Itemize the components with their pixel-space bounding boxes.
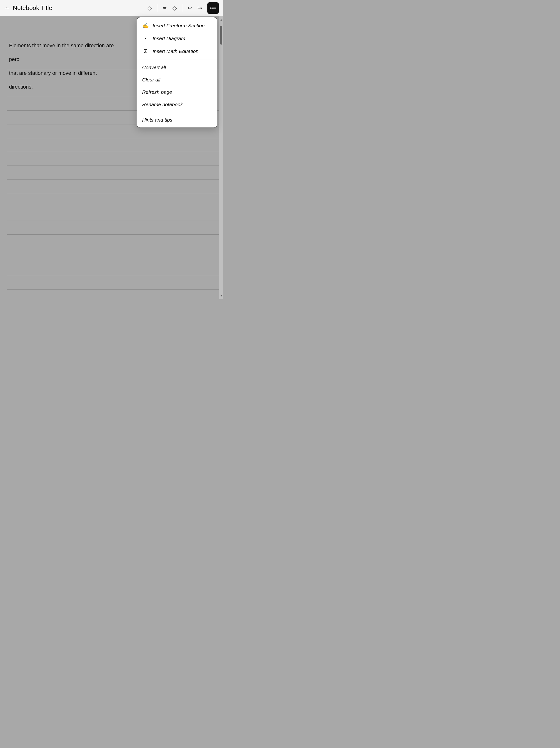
clear-label: Clear all <box>142 77 161 83</box>
notebook-title: Notebook Title <box>13 4 52 11</box>
ruled-line <box>7 248 219 249</box>
bookmark-icon[interactable]: ◇ <box>148 5 152 11</box>
scroll-thumb[interactable] <box>220 26 222 45</box>
menu-section-insert: ✍ Insert Freeform Section ⊡ Insert Diagr… <box>137 17 217 60</box>
scroll-up-button[interactable]: ∧ <box>219 16 223 24</box>
menu-item-diagram[interactable]: ⊡ Insert Diagram <box>137 32 217 45</box>
back-button[interactable]: ← <box>4 4 10 11</box>
more-button[interactable]: ••• <box>208 2 219 14</box>
menu-item-clear[interactable]: Clear all <box>137 74 217 86</box>
diagram-icon: ⊡ <box>142 36 149 42</box>
ruled-line <box>7 138 219 138</box>
text-line2: that are stationary or move in different… <box>9 66 119 94</box>
convert-label: Convert all <box>142 65 166 70</box>
hints-label: Hints and tips <box>142 117 172 123</box>
ruled-line <box>7 165 219 166</box>
pen-icon[interactable]: ✒ <box>163 5 167 11</box>
freeform-icon: ✍ <box>142 23 149 29</box>
undo-icon[interactable]: ↩ <box>188 5 192 11</box>
menu-item-hints[interactable]: Hints and tips <box>137 114 217 126</box>
ruled-line <box>7 276 219 276</box>
refresh-label: Refresh page <box>142 89 172 95</box>
scroll-down-button[interactable]: ∨ <box>219 291 223 299</box>
menu-item-refresh[interactable]: Refresh page <box>137 86 217 98</box>
menu-item-freeform[interactable]: ✍ Insert Freeform Section <box>137 19 217 32</box>
header: ← Notebook Title ◇ ✒ ◇ ↩ ↪ ••• <box>0 0 223 16</box>
eraser-icon[interactable]: ◇ <box>172 5 177 11</box>
header-left: ← Notebook Title <box>4 4 148 11</box>
scrollbar-track: ∧ ∨ <box>219 16 223 299</box>
menu-section-actions: Convert all Clear all Refresh page Renam… <box>137 60 217 112</box>
header-tools: ◇ ✒ ◇ ↩ ↪ ••• <box>148 2 219 14</box>
notebook-text: Elements that move in the same direction… <box>9 39 119 94</box>
menu-item-equation[interactable]: Σ Insert Math Equation <box>137 45 217 58</box>
text-line1: Elements that move in the same direction… <box>9 39 119 66</box>
ruled-line <box>7 289 219 290</box>
divider <box>157 4 157 13</box>
rename-label: Rename notebook <box>142 102 183 107</box>
ruled-line <box>7 193 219 193</box>
more-dots-label: ••• <box>210 5 216 11</box>
menu-section-help: Hints and tips <box>137 112 217 127</box>
freeform-label: Insert Freeform Section <box>152 23 204 28</box>
menu-item-rename[interactable]: Rename notebook <box>137 98 217 111</box>
diagram-label: Insert Diagram <box>152 36 185 41</box>
ruled-line <box>7 220 219 221</box>
ruled-line <box>7 179 219 180</box>
dropdown-menu: ✍ Insert Freeform Section ⊡ Insert Diagr… <box>137 17 217 128</box>
menu-item-convert[interactable]: Convert all <box>137 61 217 74</box>
equation-icon: Σ <box>142 48 149 54</box>
redo-icon[interactable]: ↪ <box>197 5 202 11</box>
ruled-line <box>7 234 219 235</box>
equation-label: Insert Math Equation <box>152 48 199 54</box>
